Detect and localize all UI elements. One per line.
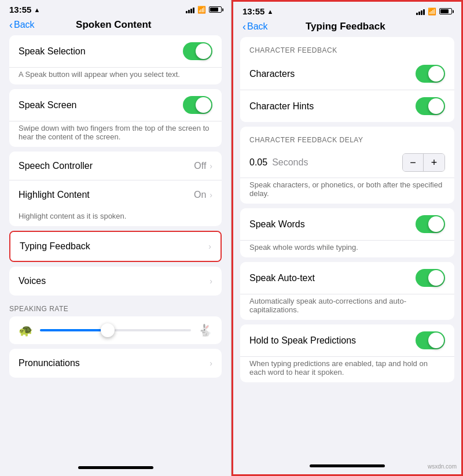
right-battery-icon [439,8,452,14]
speech-controller-value: Off [194,161,206,171]
char-delay-section-label: CHARACTER FEEDBACK DELAY [240,127,454,147]
speak-screen-row[interactable]: Speak Screen [9,89,222,121]
left-status-icons: 📶 [186,6,222,14]
speak-screen-toggle-knob [196,97,211,113]
speech-controller-label: Speech Controller [19,161,194,171]
voices-label: Voices [19,276,210,286]
speech-group: Speech Controller Off › Highlight Conten… [9,152,222,226]
right-location-icon: ▲ [267,8,273,15]
right-nav-title: Typing Feedback [268,21,423,32]
character-hints-toggle[interactable] [416,97,445,115]
speaking-rate-label: SPEAKING RATE [9,300,222,316]
speed-slider-fill [40,329,108,331]
left-back-arrow-icon: ‹ [9,20,13,30]
voices-group: Voices › [9,267,222,296]
pronunciations-group: Pronunciations › [9,349,222,378]
speed-slider-track[interactable] [40,329,191,331]
left-nav-title: Spoken Content [35,19,193,31]
pronunciations-label: Pronunciations [19,358,210,368]
highlight-content-label: Highlight Content [19,190,194,200]
speak-selection-label: Speak Selection [19,46,183,57]
characters-toggle[interactable] [416,65,445,83]
characters-row[interactable]: Characters [240,58,454,90]
right-time: 13:55 [242,6,264,16]
voices-row[interactable]: Voices › [9,267,222,296]
left-back-button[interactable]: ‹ Back [9,20,35,30]
watermark: wsxdn.com [428,463,457,470]
left-status-bar: 13:55 ▲ 📶 [0,0,231,17]
right-status-bar: 13:55 ▲ 📶 [233,2,461,19]
speed-slider-thumb[interactable] [101,323,115,337]
speak-selection-toggle[interactable] [183,42,212,60]
typing-feedback-row[interactable]: Typing Feedback › [10,232,221,261]
speak-selection-toggle-knob [196,43,211,59]
wifi-icon: 📶 [197,6,206,14]
right-back-arrow-icon: ‹ [242,21,246,32]
speak-words-toggle-knob [428,216,444,232]
right-home-indicator[interactable] [310,464,385,467]
speak-selection-group: Speak Selection A Speak button will appe… [9,35,222,84]
hold-to-speak-note: When typing predictions are enabled, tap… [240,357,454,382]
right-nav-bar: ‹ Back Typing Feedback [233,19,461,37]
char-feedback-group: CHARACTER FEEDBACK Characters Character … [240,37,454,122]
delay-row: 0.05 Seconds − + [240,147,454,178]
fast-speed-icon: 🐇 [198,323,212,337]
speak-autotext-toggle-knob [428,270,444,286]
slow-speed-icon: 🐢 [19,323,33,337]
speech-controller-row[interactable]: Speech Controller Off › [9,152,222,180]
signal-icon [186,6,194,13]
battery-icon [209,6,222,13]
right-signal-icon [416,8,425,15]
character-hints-row[interactable]: Character Hints [240,90,454,122]
left-nav-bar: ‹ Back Spoken Content [0,17,231,35]
speak-words-row[interactable]: Speak Words [240,208,454,241]
speak-autotext-row[interactable]: Speak Auto-text [240,262,454,294]
character-hints-label: Character Hints [249,101,416,112]
speak-screen-note: Swipe down with two fingers from the top… [9,121,222,147]
delay-value: 0.05 [249,157,267,168]
hold-to-speak-row[interactable]: Hold to Speak Predictions [240,324,454,357]
speak-selection-row[interactable]: Speak Selection [9,35,222,68]
left-phone-panel: 13:55 ▲ 📶 ‹ Back Spoken Content [0,0,232,476]
char-feedback-section-label: CHARACTER FEEDBACK [240,37,454,58]
stepper-plus-button[interactable]: + [424,154,444,171]
speak-autotext-toggle[interactable] [416,269,445,287]
pronunciations-chevron-icon: › [210,359,212,368]
typing-feedback-chevron-icon: › [208,242,211,251]
pronunciations-row[interactable]: Pronunciations › [9,349,222,378]
speak-selection-note: A Speak button will appear when you sele… [9,68,222,84]
right-back-label: Back [247,21,268,32]
speak-screen-group: Speak Screen Swipe down with two fingers… [9,89,222,147]
typing-feedback-label: Typing Feedback [20,241,208,252]
stepper-minus-button[interactable]: − [403,154,424,171]
speak-screen-label: Speak Screen [19,100,183,110]
hold-to-speak-toggle-knob [428,333,444,348]
left-location-icon: ▲ [34,6,40,13]
speaking-rate-section: SPEAKING RATE 🐢 🐇 [9,300,222,344]
speak-words-note: Speak whole words while typing. [240,241,454,257]
right-status-icons: 📶 [416,8,452,16]
char-feedback-delay-group: CHARACTER FEEDBACK DELAY 0.05 Seconds − … [240,127,454,204]
left-home-indicator[interactable] [78,466,153,469]
delay-note: Speak characters, or phonetics, or both … [240,178,454,204]
characters-label: Characters [249,69,416,79]
speak-words-toggle[interactable] [416,215,445,233]
speak-autotext-note: Automatically speak auto-corrections and… [240,294,454,320]
right-back-button[interactable]: ‹ Back [242,21,268,32]
speak-words-label: Speak Words [249,219,416,230]
highlight-content-value: On [194,190,206,200]
speak-screen-toggle[interactable] [183,96,212,114]
characters-toggle-knob [428,66,444,82]
speech-controller-chevron-icon: › [210,161,212,171]
typing-feedback-highlighted-container: Typing Feedback › [9,231,222,262]
left-content: Speak Selection A Speak button will appe… [0,35,231,462]
right-phone-panel: 13:55 ▲ 📶 ‹ Back Typing Feedback CHA [232,0,463,476]
delay-stepper: − + [402,153,445,172]
highlight-content-row[interactable]: Highlight Content On › [9,180,222,209]
hold-to-speak-toggle[interactable] [416,331,445,349]
hold-to-speak-group: Hold to Speak Predictions When typing pr… [240,324,454,382]
voices-chevron-icon: › [210,276,212,286]
typing-feedback-group: Typing Feedback › [10,232,221,261]
speak-autotext-label: Speak Auto-text [249,273,416,283]
character-hints-toggle-knob [428,98,444,114]
